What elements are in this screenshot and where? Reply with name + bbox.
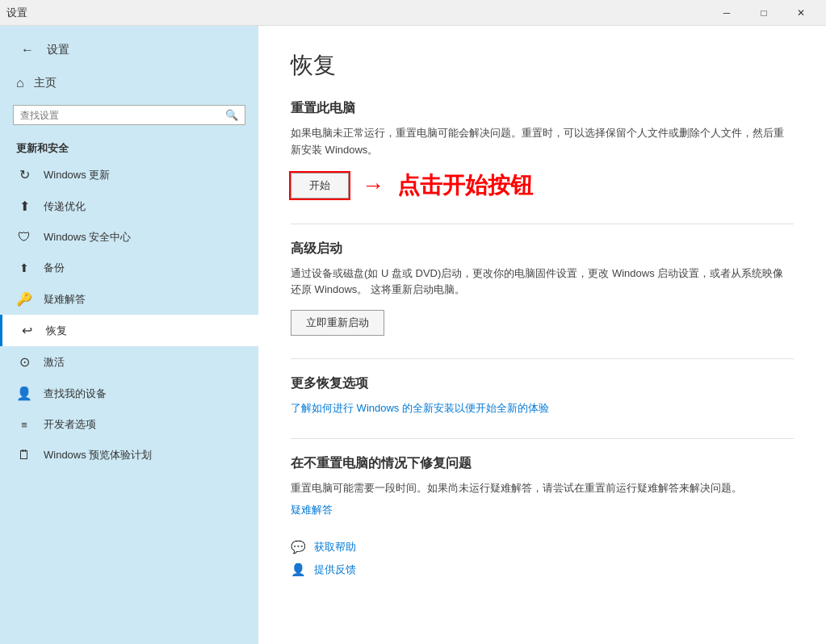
reset-section-title: 重置此电脑: [291, 100, 794, 117]
feedback-label: 提供反馈: [314, 562, 356, 577]
title-bar-controls: ─ □ ✕: [708, 0, 820, 26]
sidebar-item-label-recovery: 恢复: [46, 324, 67, 338]
sidebar-item-label-delivery-optimization: 传递优化: [44, 199, 86, 214]
activation-icon: ⊙: [16, 354, 32, 370]
more-options-section: 更多恢复选项 了解如何进行 Windows 的全新安装以便开始全新的体验: [291, 375, 794, 416]
sidebar-item-label-backup: 备份: [44, 261, 65, 275]
windows-update-icon: ↻: [16, 167, 32, 182]
windows-insider-icon: 🗒: [16, 448, 32, 462]
close-button[interactable]: ✕: [782, 0, 820, 26]
advanced-section-desc: 通过设备或磁盘(如 U 盘或 DVD)启动，更改你的电脑固件设置，更改 Wind…: [291, 266, 794, 299]
back-button[interactable]: ←: [16, 39, 39, 61]
main-content: 恢复 重置此电脑 如果电脑未正常运行，重置电脑可能会解决问题。重置时，可以选择保…: [258, 26, 826, 644]
backup-icon: ⬆: [16, 261, 32, 274]
developer-icon: ≡: [16, 419, 32, 431]
minimize-button[interactable]: ─: [708, 0, 745, 26]
home-icon: ⌂: [16, 76, 24, 90]
more-options-title: 更多恢复选项: [291, 375, 794, 392]
help-section: 💬 获取帮助 👤 提供反馈: [291, 540, 794, 577]
advanced-section-title: 高级启动: [291, 240, 794, 257]
title-bar: 设置 ─ □ ✕: [0, 0, 826, 26]
sidebar-app-title: 设置: [47, 43, 69, 57]
sidebar-item-delivery-optimization[interactable]: ⬆ 传递优化: [0, 190, 258, 222]
maximize-button[interactable]: □: [745, 0, 782, 26]
sidebar-item-developer[interactable]: ≡ 开发者选项: [0, 409, 258, 440]
annotation-text: 点击开始按钮: [397, 170, 533, 201]
windows-security-icon: 🛡: [16, 230, 32, 245]
sidebar-home-label: 主页: [34, 76, 57, 90]
sidebar-item-windows-security[interactable]: 🛡 Windows 安全中心: [0, 222, 258, 253]
get-help-icon: 💬: [291, 540, 306, 554]
annotation-arrow-icon: →: [362, 173, 384, 199]
sidebar-item-windows-insider[interactable]: 🗒 Windows 预览体验计划: [0, 440, 258, 470]
troubleshoot-link[interactable]: 疑难解答: [291, 504, 333, 516]
divider-1: [291, 224, 794, 224]
sidebar-item-label-windows-insider: Windows 预览体验计划: [44, 448, 152, 462]
feedback-icon: 👤: [291, 562, 306, 577]
sidebar: ← 设置 ⌂ 主页 🔍 更新和安全 ↻ Windows 更新 ⬆ 传递优化 🛡 …: [0, 26, 258, 644]
advanced-startup-section: 高级启动 通过设备或磁盘(如 U 盘或 DVD)启动，更改你的电脑固件设置，更改…: [291, 240, 794, 337]
recovery-icon: ↩: [19, 323, 35, 338]
reset-start-button[interactable]: 开始: [291, 173, 349, 199]
sidebar-item-label-troubleshoot: 疑难解答: [44, 292, 86, 307]
more-options-link[interactable]: 了解如何进行 Windows 的全新安装以便开始全新的体验: [291, 402, 549, 414]
fix-section: 在不重置电脑的情况下修复问题 重置电脑可能需要一段时间。如果尚未运行疑难解答，请…: [291, 455, 794, 517]
restart-now-button[interactable]: 立即重新启动: [291, 310, 384, 336]
search-box[interactable]: 🔍: [13, 105, 245, 125]
get-help-item[interactable]: 💬 获取帮助: [291, 540, 794, 554]
annotation-container: 开始 → 点击开始按钮: [291, 170, 794, 201]
fix-section-desc: 重置电脑可能需要一段时间。如果尚未运行疑难解答，请尝试在重置前运行疑难解答来解决…: [291, 480, 794, 497]
fix-section-title: 在不重置电脑的情况下修复问题: [291, 455, 794, 472]
app-body: ← 设置 ⌂ 主页 🔍 更新和安全 ↻ Windows 更新 ⬆ 传递优化 🛡 …: [0, 26, 826, 644]
sidebar-item-label-windows-update: Windows 更新: [44, 168, 110, 182]
reset-section: 重置此电脑 如果电脑未正常运行，重置电脑可能会解决问题。重置时，可以选择保留个人…: [291, 100, 794, 201]
delivery-optimization-icon: ⬆: [16, 199, 32, 214]
troubleshoot-icon: 🔑: [16, 291, 32, 307]
get-help-label: 获取帮助: [314, 540, 356, 554]
sidebar-item-label-find-device: 查找我的设备: [44, 387, 107, 401]
sidebar-item-backup[interactable]: ⬆ 备份: [0, 253, 258, 283]
page-title: 恢复: [291, 50, 794, 81]
search-input[interactable]: [20, 110, 222, 121]
reset-section-desc: 如果电脑未正常运行，重置电脑可能会解决问题。重置时，可以选择保留个人文件或删除个…: [291, 125, 794, 159]
sidebar-item-troubleshoot[interactable]: 🔑 疑难解答: [0, 283, 258, 315]
feedback-item[interactable]: 👤 提供反馈: [291, 562, 794, 577]
divider-3: [291, 438, 794, 439]
sidebar-item-activation[interactable]: ⊙ 激活: [0, 346, 258, 378]
title-bar-title: 设置: [6, 6, 27, 20]
sidebar-item-label-activation: 激活: [44, 355, 65, 370]
title-bar-left: 设置: [6, 6, 708, 20]
sidebar-item-windows-update[interactable]: ↻ Windows 更新: [0, 159, 258, 190]
sidebar-header: ← 设置: [0, 26, 258, 68]
sidebar-item-label-windows-security: Windows 安全中心: [44, 230, 131, 245]
sidebar-item-find-device[interactable]: 👤 查找我的设备: [0, 378, 258, 409]
sidebar-item-home[interactable]: ⌂ 主页: [0, 68, 258, 98]
search-icon[interactable]: 🔍: [225, 109, 238, 121]
divider-2: [291, 358, 794, 359]
find-device-icon: 👤: [16, 386, 32, 401]
sidebar-section-title: 更新和安全: [0, 132, 258, 159]
sidebar-item-label-developer: 开发者选项: [44, 417, 96, 432]
sidebar-item-recovery[interactable]: ↩ 恢复: [0, 315, 258, 346]
